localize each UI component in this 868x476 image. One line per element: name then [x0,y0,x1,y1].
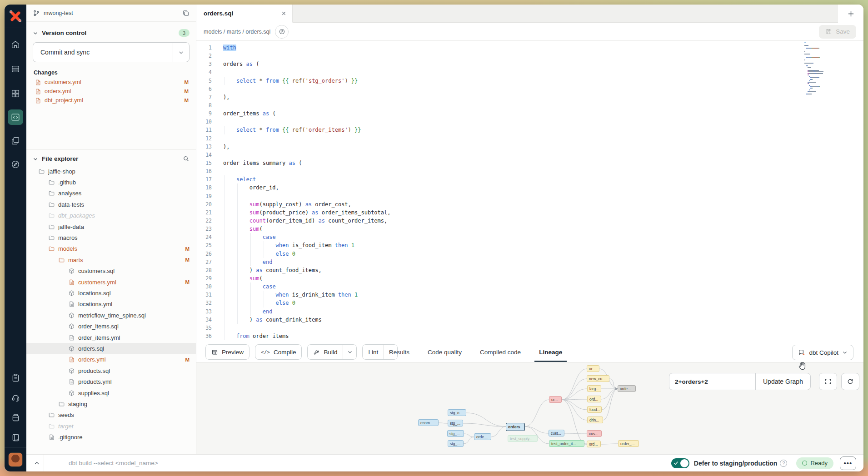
tree-item-data-tests[interactable]: data-tests [26,199,196,210]
panel-tab-code-quality[interactable]: Code quality [428,342,462,362]
tab-orders-sql[interactable]: orders.sql [196,5,293,23]
defer-toggle[interactable] [671,458,689,468]
tree-item-orders.yml[interactable]: orders.ymlM [26,354,196,365]
commit-and-sync-button[interactable]: Commit and sync [33,42,190,62]
update-graph-button[interactable]: Update Graph [755,373,811,390]
lineage-node-larg...[interactable]: larg... [587,385,601,392]
more-options-button[interactable]: ••• [840,456,856,470]
develop-icon[interactable] [5,107,26,127]
lineage-node-or...[interactable]: or... [587,365,599,372]
new-tab-button[interactable] [838,5,863,23]
lineage-node-cust...[interactable]: cust... [549,430,564,436]
lineage-node-drin...[interactable]: drin... [587,416,603,423]
search-icon[interactable] [183,155,190,162]
tree-item-seeds[interactable]: seeds [26,410,196,421]
command-input[interactable] [44,460,671,466]
tree-item-products.yml[interactable]: products.yml [26,376,196,387]
tree-item-order_items.yml[interactable]: order_items.yml [26,332,196,343]
lineage-node-orde....[interactable]: orde.... [474,433,491,440]
expand-terminal-button[interactable] [30,455,44,472]
lineage-node-ord...[interactable]: ord... [587,441,601,447]
close-icon[interactable] [281,10,287,16]
lineage-node-stg_...[interactable]: stg_... [448,440,464,447]
explore-icon[interactable] [5,154,26,174]
preview-button[interactable]: Preview [205,344,249,360]
fullscreen-button[interactable] [819,373,837,390]
changed-file-orders.yml[interactable]: orders.ymlM [26,87,196,96]
copy-branch-icon[interactable] [182,10,190,17]
tree-item-jaffle-shop[interactable]: jaffle-shop [26,166,196,177]
docs-icon[interactable] [5,407,26,427]
tree-item-label: jaffle-shop [48,168,190,175]
dbt-copilot-button[interactable]: dbt Copilot [792,345,853,360]
lineage-node-stg_...[interactable]: stg_... [448,420,463,426]
support-icon[interactable] [5,387,26,407]
user-avatar[interactable] [8,452,23,467]
help-icon[interactable]: ? [780,460,787,467]
changed-file-dbt_project.yml[interactable]: dbt_project.ymlM [26,96,196,105]
tree-item-jaffle-data[interactable]: jaffle-data [26,221,196,232]
tree-item-customers.yml[interactable]: customers.ymlM [26,277,196,288]
tree-item-label: customers.sql [78,268,190,274]
refresh-button[interactable] [841,373,859,390]
tree-item-locations.sql[interactable]: locations.sql [26,288,196,298]
lineage-node-orde...[interactable]: orde... [618,385,636,392]
tree-item-orders.sql[interactable]: orders.sql [26,343,196,354]
lineage-node-new_cu...[interactable]: new_cu... [587,375,609,382]
tree-item-target[interactable]: target [26,421,196,431]
tree-item-locations.yml[interactable]: locations.yml [26,299,196,310]
lineage-node-order_...[interactable]: order_... [618,440,639,447]
code-line-7: 7), [196,93,863,101]
code-editor[interactable]: 1with23orders as (45 select * from {{ re… [196,41,863,342]
tree-item-supplies.sql[interactable]: supplies.sql [26,387,196,398]
compile-button[interactable]: </> Compile [255,344,302,360]
tree-item-models[interactable]: modelsM [26,243,196,254]
build-dropdown[interactable] [343,345,356,359]
editor-minimap[interactable] [804,42,837,97]
tree-item-products.sql[interactable]: products.sql [26,365,196,376]
version-control-title: Version control [42,30,175,36]
dbt-logo-icon[interactable] [5,5,26,28]
panel-tab-results[interactable]: Results [389,342,409,362]
tree-item-.github[interactable]: .github [26,177,196,188]
tree-item-dbt_packages[interactable]: dbt_packages [26,210,196,221]
lineage-node-test_supply...[interactable]: test_supply... [508,435,538,442]
tree-item-marts[interactable]: martsM [26,254,196,265]
chevron-down-icon[interactable] [33,30,38,36]
view-lineage-button[interactable] [275,25,289,39]
lineage-node-cus...[interactable]: cus... [587,430,602,437]
commit-dropdown[interactable] [173,43,189,62]
chevron-down-icon[interactable] [33,156,38,162]
lineage-node-food...[interactable]: food... [587,406,602,413]
lineage-node-or...[interactable]: or... [549,396,562,403]
changed-file-customers.yml[interactable]: customers.ymlM [26,78,196,87]
panel-tab-lineage[interactable]: Lineage [539,342,562,362]
tree-item-staging[interactable]: staging [26,398,196,409]
lineage-node-test_order_it...[interactable]: test_order_it... [549,440,584,447]
lineage-node-stg_o...[interactable]: stg_o... [448,409,466,416]
lineage-node-ord...[interactable]: ord... [587,396,601,402]
save-button[interactable]: Save [819,25,856,39]
home-icon[interactable] [5,35,26,55]
ready-status-badge[interactable]: Ready [796,457,833,469]
tree-item-metricflow_time_spine.sql[interactable]: metricflow_time_spine.sql [26,310,196,321]
tree-item-analyses[interactable]: analyses [26,188,196,199]
tasks-icon[interactable] [5,367,26,387]
dashboard-icon[interactable] [5,84,26,104]
deploy-icon[interactable] [5,59,26,79]
lineage-node-ecom....[interactable]: ecom.... [418,419,439,426]
lineage-node-orders[interactable]: orders [506,423,525,431]
tree-item-order_items.sql[interactable]: order_items.sql [26,321,196,332]
tree-item-macros[interactable]: macros [26,232,196,243]
build-button[interactable]: Build [307,344,357,360]
tree-item-customers.sql[interactable]: customers.sql [26,266,196,277]
code-line-35: 35 [196,324,863,332]
lineage-search-input[interactable] [669,373,755,390]
projects-icon[interactable] [5,131,26,151]
modified-badge: M [184,79,189,85]
tree-item-.gitignore[interactable]: .gitignore [26,431,196,442]
branch-header: mwong-test [26,5,196,22]
panel-tab-compiled-code[interactable]: Compiled code [480,342,521,362]
lineage-node-stg_...[interactable]: stg_... [447,430,464,437]
notebook-icon[interactable] [5,427,26,447]
